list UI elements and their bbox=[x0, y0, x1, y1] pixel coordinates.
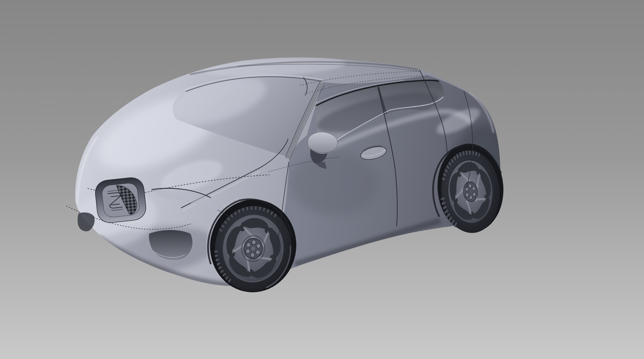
car-render[interactable]: Silver-grey SEAT concept hatchback 3D mo… bbox=[0, 0, 644, 359]
fog-lamp-pocket bbox=[78, 212, 95, 231]
viewport-3d[interactable]: Silver-grey SEAT concept hatchback 3D mo… bbox=[0, 0, 644, 359]
door-shadow bbox=[290, 151, 378, 215]
concept-car bbox=[61, 55, 524, 296]
front-grille bbox=[94, 176, 147, 224]
